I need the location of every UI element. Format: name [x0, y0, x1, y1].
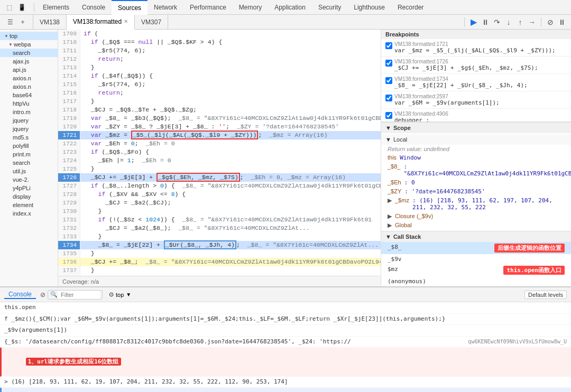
sidebar-item-api[interactable]: api.js	[0, 66, 58, 74]
tab-performance[interactable]: Performance	[183, 0, 233, 15]
tab-application[interactable]: Application	[268, 0, 312, 15]
global-row[interactable]: ▶ Global	[381, 221, 571, 230]
code-line-1725: }	[80, 165, 381, 173]
closure-expand: ▶	[388, 213, 392, 220]
sidebar-item-y4ppli[interactable]: y4pPLi	[0, 184, 58, 192]
default-levels-btn[interactable]: Default levels	[524, 291, 567, 299]
ln-1714: 1714	[58, 72, 80, 80]
sidebar-item-top[interactable]: ▼ top	[0, 32, 58, 40]
tab-console[interactable]: Console	[76, 0, 112, 15]
ln-1728: 1728	[58, 190, 80, 199]
bp-code-1726: _$CJ += _$jE[3] + _$g$(_$Eh, _$mz, _$7S)…	[394, 64, 538, 71]
debug-deactivate-btn[interactable]: ⊘	[546, 17, 555, 27]
tab-memory[interactable]: Memory	[233, 0, 268, 15]
sidebar-item-display[interactable]: display	[0, 192, 58, 201]
sidebar-item-introm[interactable]: intro.m	[0, 108, 58, 116]
source-tab-vm307[interactable]: VM307	[135, 15, 168, 30]
sidebar-item-printm[interactable]: print.m	[0, 150, 58, 158]
debug-step-out-btn[interactable]: ↑	[515, 17, 525, 27]
var-8-row: _$8_ : "&8X7Yi61c=40MCDXLCmZ9ZlAt1aw0j4d…	[381, 162, 571, 178]
sidebar-item-vue[interactable]: vue-2.	[0, 175, 58, 184]
tab-network[interactable]: Network	[148, 0, 183, 15]
debug-sep	[541, 17, 541, 27]
breakpoint-1721[interactable]: VM138:formatted:1721 var _$mz = _$5_(_$l…	[381, 39, 571, 57]
scope-header[interactable]: ▼ Scope	[381, 123, 571, 133]
source-tab-vm138-formatted[interactable]: VM138:formatted ✕	[67, 15, 135, 30]
code-view[interactable]: 1709 1710 1711 1712 1713 1714 1715 1716 …	[58, 30, 381, 276]
code-line-1736: _$CJ += _$8_; _$8_ = "&8X7Yi61c=40MCDXLC…	[80, 258, 381, 266]
code-line-1717: }	[80, 97, 381, 106]
breakpoint-4906[interactable]: VM138:formatted:4906 debugger ;	[381, 109, 571, 122]
ln-1709: 1709	[58, 30, 80, 38]
sidebar-item-httpvu[interactable]: httpVu	[0, 99, 58, 108]
code-line-1735: }	[80, 249, 381, 258]
code-line-1727: if (_$8_..length > 0) { _$8_ = "&8X7Yi61…	[80, 182, 381, 190]
closure-row[interactable]: ▶ Closure (_$9v)	[381, 212, 571, 221]
ln-1724: 1724	[58, 156, 80, 165]
code-line-1723: if (_$Q$._$Fo) {	[80, 148, 381, 156]
bp-file-1721: VM138:formatted:1721	[394, 41, 556, 47]
breakpoint-checkbox-1721[interactable]	[385, 42, 392, 49]
callstack-item-anon[interactable]: (anonymous)	[381, 276, 571, 286]
tab-recorder[interactable]: Recorder	[391, 0, 430, 15]
console-content[interactable]: this.open f _$mz(){_$CM();var _$6M=_$9v(…	[0, 302, 571, 392]
breakpoint-1726[interactable]: VM138:formatted:1726 _$CJ += _$jE[3] + _…	[381, 57, 571, 74]
code-line-1714: if (_$4f(_$Q$)) {	[80, 72, 381, 80]
devtools-device-icon[interactable]: 📱	[16, 2, 27, 13]
breakpoint-checkbox-4906[interactable]	[385, 112, 392, 119]
global-key: Global	[395, 222, 412, 229]
var-mz-row[interactable]: ▶ _$mz : (16) [218, 93, 111, 62, 197, 10…	[381, 196, 571, 212]
breakpoint-checkbox-1734[interactable]	[385, 77, 392, 84]
sidebar-item-ajax[interactable]: ajax.js	[0, 57, 58, 66]
sidebar-item-md5[interactable]: md5.s	[0, 133, 58, 142]
nav-separator	[34, 3, 34, 12]
tab-security[interactable]: Security	[312, 0, 347, 15]
source-tab-vm138[interactable]: VM138	[33, 15, 67, 30]
callstack-section: ▼ Call Stack _$8_ 后缀生成逻辑的函数位置 _$9v $mz t…	[381, 231, 571, 286]
sidebar-item-webpa[interactable]: ▼ webpa	[0, 40, 58, 49]
sidebar-item-jquery1[interactable]: jquery	[0, 116, 58, 125]
code-line-1729: _$CJ = _$a2(_$CJ);	[80, 199, 381, 207]
var-zy-key: _$ZY	[388, 188, 401, 195]
code-line-1737: }	[80, 266, 381, 275]
sidebar-item-search2[interactable]: search	[0, 158, 58, 167]
code-content[interactable]: if ( if (_$Q$ === null || _$Q$.$KF > 4) …	[80, 30, 381, 276]
breakpoint-2597[interactable]: VM138:formatted:2597 var _$6M = _$9v(arg…	[381, 91, 571, 109]
console-line-thisopen: this.open	[0, 302, 571, 314]
sidebar-toggle[interactable]: ☰	[4, 16, 16, 28]
console-tab-main[interactable]: Console	[4, 291, 36, 299]
local-scope-header[interactable]: ▼ Local	[381, 134, 571, 145]
debug-resume-btn[interactable]: ▶	[469, 17, 478, 27]
debug-pause-exceptions-btn[interactable]: ⏸	[557, 17, 567, 27]
tab-sources[interactable]: Sources	[112, 0, 148, 15]
top-label: top	[116, 292, 124, 298]
callstack-header[interactable]: ▼ Call Stack	[381, 231, 571, 242]
callstack-item-8[interactable]: _$8_ 后缀生成逻辑的函数位置	[381, 242, 571, 254]
breakpoint-checkbox-1726[interactable]	[385, 60, 392, 67]
var-mz-val: : (16) [218, 93, 111, 62, 197, 107, 204,…	[412, 197, 565, 211]
debug-step-btn[interactable]: →	[527, 17, 537, 27]
sidebar-item-axiosn1[interactable]: axios.n	[0, 74, 58, 82]
sidebar-item-base64[interactable]: base64	[0, 91, 58, 99]
tab-lighthouse[interactable]: Lighthouse	[347, 0, 391, 15]
sidebar-item-utiljs[interactable]: util.js	[0, 167, 58, 175]
debug-pause-btn[interactable]: ⏸	[481, 17, 490, 27]
debug-step-into-btn[interactable]: ↓	[504, 17, 513, 27]
ln-1713: 1713	[58, 63, 80, 72]
debug-step-over-btn[interactable]: ↷	[492, 17, 502, 27]
sidebar-item-jquery2[interactable]: jquery	[0, 125, 58, 133]
sidebar-item-search[interactable]: search	[0, 49, 58, 57]
sidebar-item-axiosn2[interactable]: axios.n	[0, 82, 58, 91]
callstack-item-9v[interactable]: _$9v	[381, 254, 571, 264]
tab-elements[interactable]: Elements	[36, 0, 76, 15]
breakpoint-1734[interactable]: VM138:formatted:1734 _$8_ = _$jE[22] + _…	[381, 74, 571, 91]
sidebar-item-polyfill[interactable]: polyfill	[0, 142, 58, 150]
devtools-inspect-icon[interactable]: ⬚	[3, 2, 15, 13]
sidebar-item-element[interactable]: element	[0, 201, 58, 209]
top-selector: ⊙ top ▼	[109, 291, 131, 298]
sidebar-item-indexx[interactable]: index.x	[0, 209, 58, 218]
callstack-item-mz[interactable]: $mz this.open函数入口	[381, 264, 571, 276]
add-snippet[interactable]: +	[17, 16, 29, 28]
console-filter-input[interactable]	[58, 291, 100, 299]
breakpoint-checkbox-2597[interactable]	[385, 95, 392, 101]
